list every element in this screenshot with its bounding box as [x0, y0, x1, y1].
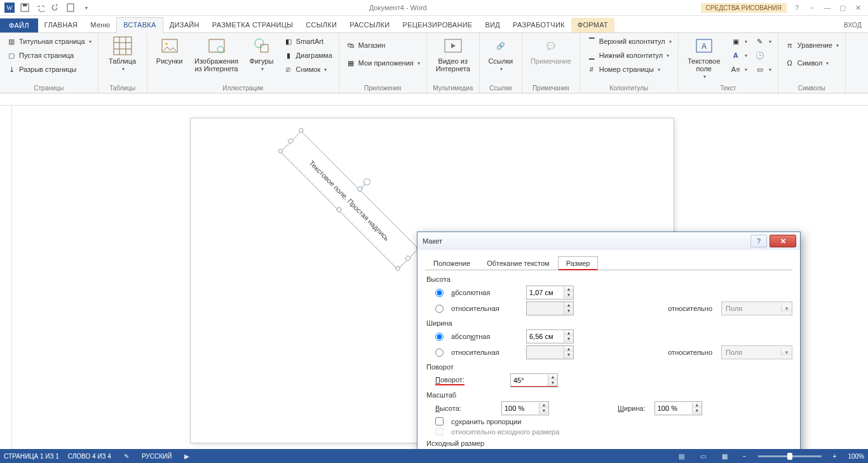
new-doc-icon[interactable]	[64, 1, 78, 14]
height-absolute-input[interactable]	[527, 287, 564, 298]
qat-more-icon[interactable]: ▾	[79, 1, 93, 14]
ribbon-options-icon[interactable]: ▫	[806, 4, 818, 12]
page-break-button[interactable]: ⤓Разрыв страницы	[4, 62, 94, 76]
object-button[interactable]: ▭▾	[752, 62, 774, 76]
comment-button[interactable]: 💬Примечание	[526, 34, 576, 66]
quickparts-button[interactable]: ▣▾	[728, 34, 750, 48]
close-icon[interactable]: ✕	[851, 4, 864, 12]
redo-icon[interactable]	[48, 1, 62, 14]
tab-references[interactable]: ССЫЛКИ	[299, 18, 343, 32]
minimize-icon[interactable]: ―	[821, 4, 834, 12]
tab-design[interactable]: ДИЗАЙН	[163, 18, 206, 32]
status-page[interactable]: СТРАНИЦА 1 ИЗ 1	[4, 453, 59, 460]
spin-up-icon[interactable]: ▲	[548, 375, 557, 380]
height-relative-to-combo[interactable]: Поля▼	[721, 301, 792, 315]
spin-up-icon[interactable]: ▲	[564, 287, 573, 293]
dropcap-button[interactable]: A≡▾	[728, 62, 750, 76]
page-number-button[interactable]: #Номер страницы▾	[584, 62, 674, 76]
footer-button[interactable]: ▁Нижний колонтитул▾	[584, 48, 674, 62]
text-box-shape[interactable]: Текстовое поле. Простая надпись	[281, 131, 418, 268]
rotation-input[interactable]	[511, 375, 548, 386]
table-button[interactable]: Таблица▾	[102, 34, 143, 73]
view-web-layout-icon[interactable]: ▦	[719, 451, 731, 461]
word-icon[interactable]: W	[3, 1, 17, 14]
tab-text-wrapping[interactable]: Обтекание текстом	[478, 256, 558, 270]
lock-aspect-checkbox[interactable]	[435, 417, 444, 425]
signature-button[interactable]: ✎▾	[752, 34, 774, 48]
zoom-slider-thumb[interactable]	[787, 453, 792, 460]
scale-width-input[interactable]	[655, 403, 692, 414]
undo-icon[interactable]	[33, 1, 47, 14]
my-apps-button[interactable]: ▦Мои приложения▾	[343, 56, 423, 70]
shapes-button[interactable]: Фигуры▾	[245, 34, 278, 73]
datetime-button[interactable]: 🕒	[752, 48, 774, 62]
chevron-down-icon[interactable]: ▼	[781, 306, 792, 312]
links-button[interactable]: 🔗Ссылки▾	[484, 34, 518, 73]
tab-mailings[interactable]: РАССЫЛКИ	[343, 18, 396, 32]
symbol-button[interactable]: ΩСимвол▾	[782, 56, 841, 70]
width-absolute-input[interactable]	[527, 331, 564, 342]
chart-button[interactable]: ▮Диаграмма	[281, 48, 335, 62]
horizontal-ruler[interactable]	[0, 93, 868, 106]
spelling-icon[interactable]: ✎	[120, 451, 133, 461]
account-sign-in[interactable]: Вход	[837, 18, 868, 32]
view-read-mode-icon[interactable]: ▭	[697, 451, 710, 461]
save-icon[interactable]	[18, 1, 32, 14]
dialog-title-bar[interactable]: Макет ? ✕	[417, 232, 800, 250]
header-button[interactable]: ▔Верхний колонтитул▾	[584, 34, 674, 48]
cover-page-button[interactable]: ▥Титульная страница▾	[4, 34, 94, 48]
height-absolute-spinner[interactable]: ▲▼	[526, 286, 574, 300]
tab-view[interactable]: ВИД	[479, 18, 507, 32]
height-relative-radio[interactable]	[435, 305, 444, 313]
spin-down-icon[interactable]: ▼	[548, 380, 557, 386]
text-box-content[interactable]: Текстовое поле. Простая надпись	[280, 131, 419, 270]
vertical-ruler[interactable]	[0, 106, 12, 453]
screenshot-button[interactable]: ⎚Снимок▾	[281, 62, 335, 76]
help-icon[interactable]: ?	[790, 4, 803, 12]
tab-format[interactable]: ФОРМАТ	[571, 18, 614, 32]
zoom-in-icon[interactable]: +	[831, 453, 839, 460]
width-relative-spinner[interactable]: ▲▼	[526, 345, 574, 359]
view-print-layout-icon[interactable]: ▤	[675, 451, 688, 461]
dialog-close-icon[interactable]: ✕	[770, 235, 796, 247]
zoom-slider[interactable]	[758, 455, 822, 457]
chevron-down-icon[interactable]: ▼	[781, 350, 792, 356]
scale-height-spinner[interactable]: ▲▼	[501, 401, 549, 415]
spin-down-icon[interactable]: ▼	[564, 336, 573, 342]
status-language[interactable]: РУССКИЙ	[142, 453, 172, 460]
equation-button[interactable]: πУравнение▾	[782, 38, 841, 52]
width-relative-to-combo[interactable]: Поля▼	[721, 345, 792, 359]
tab-file[interactable]: ФАЙЛ	[0, 18, 38, 32]
online-video-button[interactable]: Видео из Интернета	[431, 34, 475, 74]
height-relative-spinner[interactable]: ▲▼	[526, 301, 574, 315]
smartart-button[interactable]: ◧SmartArt	[281, 34, 335, 48]
tab-home[interactable]: ГЛАВНАЯ	[38, 18, 85, 32]
status-word-count[interactable]: СЛОВО 4 ИЗ 4	[68, 453, 111, 460]
zoom-out-icon[interactable]: −	[740, 453, 749, 460]
tab-developer[interactable]: РАЗРАБОТЧИК	[506, 18, 571, 32]
store-button[interactable]: 🛍Магазин	[343, 38, 423, 52]
rotation-spinner[interactable]: ▲▼	[510, 373, 558, 387]
tab-menu[interactable]: Меню	[84, 18, 116, 32]
width-absolute-spinner[interactable]: ▲▼	[526, 329, 574, 343]
scale-height-input[interactable]	[502, 403, 539, 414]
blank-page-button[interactable]: ▢Пустая страница	[4, 48, 94, 62]
dialog-help-icon[interactable]: ?	[750, 235, 767, 247]
wordart-button[interactable]: A▾	[728, 48, 750, 62]
pictures-button[interactable]: Рисунки	[151, 34, 188, 66]
width-relative-radio[interactable]	[435, 349, 444, 357]
maximize-icon[interactable]: ▢	[836, 4, 849, 12]
spin-up-icon[interactable]: ▲	[564, 331, 573, 336]
height-absolute-radio[interactable]	[435, 289, 444, 297]
tab-insert[interactable]: ВСТАВКА	[116, 17, 163, 33]
macro-icon[interactable]: ▶	[180, 451, 193, 461]
spin-down-icon[interactable]: ▼	[564, 293, 573, 298]
tab-size[interactable]: Размер	[558, 256, 599, 270]
text-box-button[interactable]: AТекстовое поле▾	[682, 34, 726, 81]
tab-review[interactable]: РЕЦЕНЗИРОВАНИЕ	[397, 18, 479, 32]
scale-width-spinner[interactable]: ▲▼	[654, 401, 702, 415]
tab-layout[interactable]: РАЗМЕТКА СТРАНИЦЫ	[206, 18, 300, 32]
zoom-level[interactable]: 100%	[848, 453, 864, 460]
width-absolute-radio[interactable]	[435, 333, 444, 341]
online-pictures-button[interactable]: Изображения из Интернета	[191, 34, 243, 74]
